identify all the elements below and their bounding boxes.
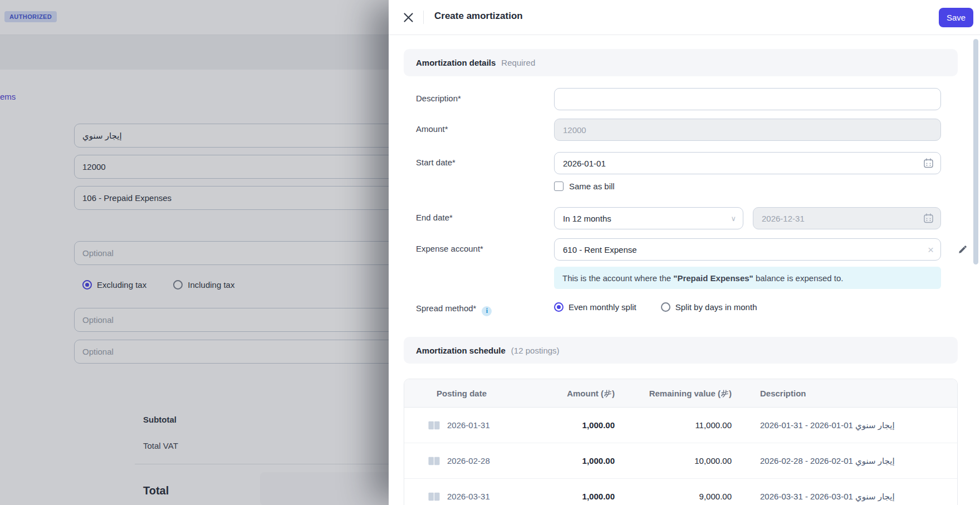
radio-option-label: Split by days in month [675,302,757,312]
start-date-label: Start date* [416,158,455,167]
description-text: إيجار سنوي 01-03-2026 - 31-03-2026 [760,492,895,501]
start-date-value: 2026-01-01 [563,159,606,168]
amount-cell: 1,000.00 [565,456,623,465]
start-date-input[interactable]: 2026-01-01 [554,152,941,174]
amount-cell: 1,000.00 [565,492,623,501]
close-button[interactable] [400,9,416,26]
calendar-icon[interactable] [923,158,934,169]
clear-icon[interactable]: × [928,244,934,255]
schedule-section-title: Amortization schedule [416,346,506,355]
info-icon[interactable]: i [482,306,492,316]
journal-book-icon [428,457,440,465]
amount-label: Amount* [416,124,448,134]
save-button[interactable]: Save [939,8,973,27]
posting-date-cell: 2026-01-31 [404,420,565,430]
calendar-icon [923,213,934,224]
drawer-header: Create amortization Save [389,0,980,35]
end-date-label: End date* [416,213,453,222]
drawer-title: Create amortization [434,11,523,22]
schedule-row[interactable]: 2026-03-311,000.009,000.00إيجار سنوي 01-… [404,479,957,505]
expense-account-help: This is the account where the "Prepaid E… [554,267,941,289]
header-divider [423,11,424,24]
table-header-row: Posting date Amount () Remaining value (… [404,379,957,408]
close-icon [403,12,414,23]
same-as-bill-label: Same as bill [569,182,615,191]
end-date-input: 2026-12-31 [753,207,941,229]
table-body: 2026-01-311,000.0011,000.00إيجار سنوي 01… [404,408,957,505]
posting-date: 2026-02-28 [447,456,490,465]
drawer-content: Amortization details Required Descriptio… [404,35,958,505]
screen: AUTHORIZED ems إيجار سنوي 12000 106 - Pr… [0,0,980,505]
schedule-postings-badge: (12 postings) [511,346,560,355]
posting-date-cell: 2026-02-28 [404,456,565,465]
col-posting-date: Posting date [404,389,565,398]
details-required-badge: Required [501,58,535,67]
edit-account-button[interactable] [955,242,971,257]
col-amount: Amount () [565,389,623,398]
details-section-header: Amortization details Required [404,49,958,76]
description-text: إيجار سنوي 01-01-2026 - 31-01-2026 [760,420,895,430]
remaining-value-cell: 11,000.00 [623,420,739,430]
riyal-currency-icon [721,390,728,398]
amount-value: 12000 [563,125,586,135]
schedule-row[interactable]: 2026-02-281,000.0010,000.00إيجار سنوي 01… [404,443,957,479]
description-cell: إيجار سنوي 01-01-2026 - 31-01-2026 [739,420,957,430]
same-as-bill-checkbox[interactable]: Same as bill [554,182,615,191]
posting-date: 2026-03-31 [447,492,490,501]
pencil-icon [958,244,968,254]
radio-unselected-icon [661,302,670,312]
checkbox-icon [554,182,564,191]
chevron-down-icon: ∨ [731,214,736,223]
amortization-schedule-table: Posting date Amount () Remaining value (… [404,379,958,505]
end-date-preset-select[interactable]: In 12 months ∨ [554,207,743,229]
expense-account-value: 610 - Rent Expense [563,245,637,254]
remaining-value-cell: 10,000.00 [623,456,739,465]
end-date-value: 2026-12-31 [762,214,805,223]
riyal-currency-icon [604,390,611,398]
details-section-title: Amortization details [416,58,496,67]
radio-selected-icon [554,302,564,312]
journal-book-icon [428,421,440,430]
expense-account-label: Expense account* [416,244,483,253]
end-date-preset-value: In 12 months [563,214,611,223]
drawer-scrollbar[interactable] [973,39,978,264]
remaining-value-cell: 9,000.00 [623,492,739,501]
journal-book-icon [428,492,440,501]
posting-date-cell: 2026-03-31 [404,492,565,501]
description-text: إيجار سنوي 01-02-2026 - 28-02-2026 [760,456,895,465]
spread-method-label: Spread method*i [416,303,492,316]
spread-method-radio-group: Even monthly splitSplit by days in month [554,302,757,312]
description-input[interactable] [554,88,941,110]
create-amortization-drawer: Create amortization Save Amortization de… [389,0,980,505]
radio-option[interactable]: Even monthly split [554,302,636,312]
expense-account-input[interactable]: 610 - Rent Expense × [554,238,941,261]
amount-input: 12000 [554,119,941,141]
radio-option[interactable]: Split by days in month [661,302,757,312]
amount-cell: 1,000.00 [565,420,623,430]
help-text: This is the account where the "Prepaid E… [562,273,844,283]
col-description: Description [739,389,957,398]
posting-date: 2026-01-31 [447,420,490,430]
description-cell: إيجار سنوي 01-02-2026 - 28-02-2026 [739,456,957,466]
col-remaining-value: Remaining value () [623,389,739,398]
description-cell: إيجار سنوي 01-03-2026 - 31-03-2026 [739,492,957,502]
radio-option-label: Even monthly split [569,302,636,312]
schedule-row[interactable]: 2026-01-311,000.0011,000.00إيجار سنوي 01… [404,408,957,443]
schedule-section-header: Amortization schedule (12 postings) [404,337,958,364]
description-label: Description* [416,94,461,103]
